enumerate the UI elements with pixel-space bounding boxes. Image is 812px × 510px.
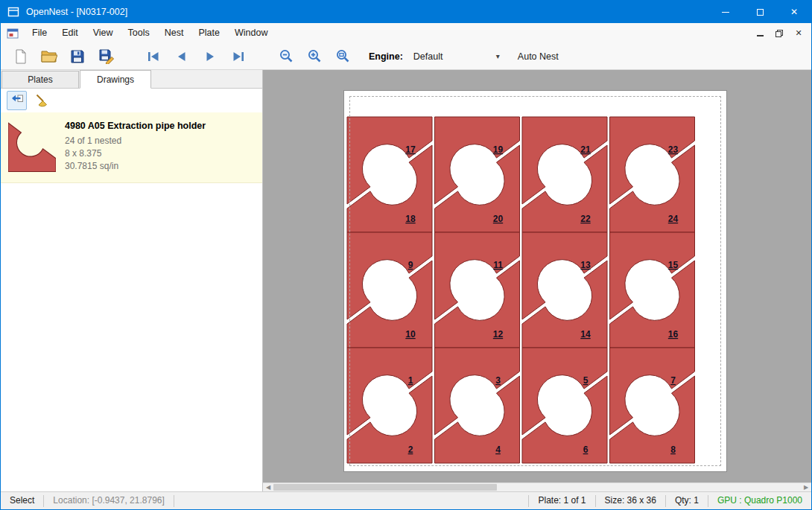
- zoom-in-button[interactable]: [302, 45, 327, 68]
- previous-plate-button[interactable]: [169, 45, 194, 68]
- clean-button[interactable]: [31, 91, 51, 110]
- part-number-1: 1: [408, 375, 413, 386]
- document-icon: [7, 28, 19, 39]
- replace-part-button[interactable]: [7, 91, 27, 110]
- drawing-nested-count: 24 of 1 nested: [65, 135, 206, 147]
- mdi-minimize-button[interactable]: [750, 26, 770, 41]
- part-number-8: 8: [670, 444, 676, 455]
- open-button[interactable]: [37, 45, 62, 68]
- scroll-right-icon[interactable]: ▶: [801, 483, 811, 491]
- tab-drawings[interactable]: Drawings: [80, 70, 151, 89]
- close-button[interactable]: ✕: [777, 1, 811, 23]
- sidebar-tabs: PlatesDrawings: [1, 70, 262, 89]
- plate[interactable]: 171819202122232491011121314151612345678: [343, 90, 727, 472]
- drawing-info: 4980 A05 Extraction pipe holder 24 of 1 …: [65, 118, 206, 173]
- scroll-left-icon[interactable]: ◀: [263, 483, 273, 491]
- menu-item-edit[interactable]: Edit: [54, 23, 86, 43]
- engine-select[interactable]: Default ▾: [409, 48, 504, 66]
- menu-item-view[interactable]: View: [86, 23, 121, 43]
- mdi-controls: ✕: [750, 26, 811, 41]
- menu-item-tools[interactable]: Tools: [121, 23, 157, 43]
- part-number-21: 21: [580, 144, 591, 155]
- main-area: PlatesDrawings: [1, 70, 811, 491]
- part-number-11: 11: [493, 260, 503, 270]
- minimize-icon: [722, 12, 729, 13]
- next-plate-icon: [203, 49, 218, 64]
- title-bar: OpenNest - [N0317-002] ✕: [1, 1, 811, 23]
- status-gpu: GPU : Quadro P1000: [708, 492, 811, 509]
- scrollbar-thumb[interactable]: [273, 484, 497, 491]
- save-edit-icon: [98, 48, 114, 64]
- sidebar-toolbar: [1, 89, 262, 112]
- part-number-22: 22: [580, 214, 591, 224]
- zoom-out-icon: [279, 48, 294, 64]
- chevron-down-icon: ▾: [496, 52, 500, 60]
- save-icon: [70, 49, 85, 64]
- mdi-close-button[interactable]: ✕: [789, 26, 808, 41]
- replace-part-icon: [10, 93, 25, 108]
- first-plate-button[interactable]: [141, 45, 166, 68]
- close-icon: ✕: [790, 7, 798, 16]
- drawing-list-item[interactable]: 4980 A05 Extraction pipe holder 24 of 1 …: [1, 112, 262, 183]
- sidebar: PlatesDrawings: [1, 70, 263, 491]
- menu-bar: FileEditViewToolsNestPlateWindow ✕: [1, 23, 811, 43]
- part-number-2: 2: [408, 444, 413, 455]
- maximize-icon: [757, 9, 764, 16]
- drawing-dimensions: 8 x 8.375: [65, 147, 206, 160]
- part-number-4: 4: [495, 444, 501, 455]
- auto-nest-button[interactable]: Auto Nest: [518, 51, 559, 62]
- new-button[interactable]: [8, 45, 34, 68]
- open-folder-icon: [41, 49, 57, 63]
- nest-drawing: 171819202122232491011121314151612345678: [344, 91, 728, 473]
- part-number-15: 15: [668, 260, 679, 270]
- horizontal-scrollbar[interactable]: ◀ ▶: [263, 482, 811, 491]
- new-document-icon: [13, 49, 28, 64]
- zoom-out-button[interactable]: [273, 45, 299, 68]
- last-plate-icon: [231, 49, 246, 64]
- part-number-20: 20: [493, 214, 504, 224]
- next-plate-button[interactable]: [197, 45, 223, 68]
- first-plate-icon: [146, 49, 161, 64]
- menu-item-file[interactable]: File: [25, 23, 54, 43]
- window-title: OpenNest - [N0317-002]: [26, 7, 127, 17]
- zoom-fit-button[interactable]: [330, 45, 355, 68]
- part-number-24: 24: [668, 214, 679, 224]
- part-number-9: 9: [408, 260, 413, 270]
- mdi-restore-button[interactable]: [770, 26, 789, 41]
- drawing-title: 4980 A05 Extraction pipe holder: [65, 120, 206, 133]
- zoom-in-icon: [307, 48, 323, 64]
- engine-value: Default: [413, 51, 443, 62]
- app-icon: [7, 6, 19, 18]
- minimize-button[interactable]: [708, 1, 743, 23]
- part-number-6: 6: [583, 444, 589, 455]
- last-plate-button[interactable]: [226, 45, 251, 68]
- main-toolbar: Engine: Default ▾ Auto Nest: [1, 43, 811, 70]
- part-thumbnail: [8, 121, 56, 175]
- status-mode: Select: [1, 492, 43, 509]
- part-number-23: 23: [668, 144, 679, 155]
- part-number-12: 12: [493, 329, 504, 340]
- engine-label: Engine:: [369, 51, 403, 62]
- status-plate: Plate: 1 of 1: [529, 492, 594, 509]
- maximize-button[interactable]: [743, 1, 777, 23]
- menu-item-window[interactable]: Window: [227, 23, 275, 43]
- save-edit-button[interactable]: [93, 45, 118, 68]
- menu-item-nest[interactable]: Nest: [157, 23, 191, 43]
- menu-item-plate[interactable]: Plate: [191, 23, 227, 43]
- previous-plate-icon: [174, 49, 189, 64]
- part-number-14: 14: [580, 329, 591, 340]
- part-number-5: 5: [583, 375, 589, 386]
- status-size: Size: 36 x 36: [596, 492, 665, 509]
- part-number-17: 17: [405, 144, 416, 155]
- drawing-area: 30.7815 sq/in: [65, 160, 206, 173]
- tab-plates[interactable]: Plates: [1, 71, 79, 88]
- part-number-16: 16: [668, 329, 679, 340]
- mdi-minimize-icon: [757, 35, 764, 36]
- status-qty: Qty: 1: [666, 492, 708, 509]
- status-bar: Select Location: [-0.9437, 21.8796] Plat…: [1, 491, 811, 509]
- nest-canvas[interactable]: 171819202122232491011121314151612345678 …: [263, 70, 811, 491]
- part-number-13: 13: [580, 260, 591, 270]
- save-button[interactable]: [65, 45, 90, 68]
- app-window: OpenNest - [N0317-002] ✕ FileEditViewToo…: [0, 0, 812, 510]
- part-number-18: 18: [405, 214, 416, 224]
